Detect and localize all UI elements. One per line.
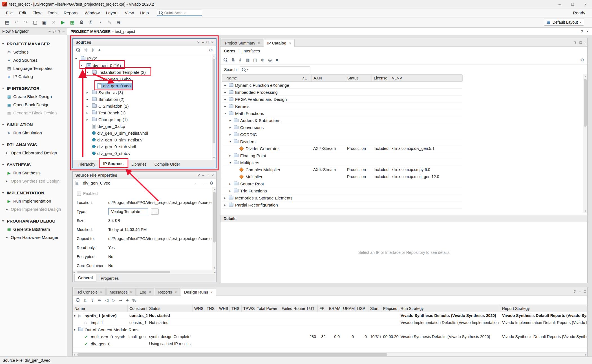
flow-navigator-item[interactable]: Open Elaborated Design <box>0 149 67 157</box>
bottom-tab[interactable]: Messages × <box>106 288 136 296</box>
tree-row[interactable]: IP (2) <box>73 55 216 62</box>
runs-column-header[interactable]: Run Strategy <box>399 305 500 312</box>
tree-row[interactable]: Instantiation Template (2) <box>73 69 216 76</box>
tree-row[interactable]: Change Log (1) <box>73 116 216 123</box>
toolbar-button[interactable]: ↷ <box>21 19 30 26</box>
table-row[interactable]: Complex Multiplier AXI4-Stream Productio… <box>222 166 462 173</box>
help-icon[interactable]: ? <box>574 289 576 294</box>
runs-column-header[interactable]: Report Strategy <box>500 305 587 312</box>
enabled-checkbox[interactable] <box>77 192 81 196</box>
menu-item[interactable]: Tools <box>45 9 61 17</box>
create-run-icon[interactable]: + <box>126 298 129 303</box>
chevron-icon[interactable] <box>224 112 229 115</box>
minimize-icon[interactable]: – <box>202 173 204 177</box>
runs-column-header[interactable]: LUT <box>305 305 318 312</box>
maximize-icon[interactable]: □ <box>580 40 582 45</box>
toolbar-button[interactable]: ▦ <box>68 19 76 26</box>
scroll-right-icon[interactable]: ▸ <box>214 271 216 274</box>
runs-column-header[interactable]: WNS <box>193 305 205 312</box>
chevron-icon[interactable] <box>229 154 234 157</box>
flow-navigator-item[interactable]: + Add Sources <box>0 56 67 64</box>
sfp-tab[interactable]: Properties <box>97 275 122 282</box>
menu-item[interactable]: Reports <box>61 9 82 17</box>
swap-panels-icon[interactable]: ⇄ <box>53 29 56 34</box>
collapse-all-icon[interactable]: ⇅ <box>83 298 87 303</box>
menu-item[interactable]: Help <box>137 9 152 17</box>
tree-row[interactable]: div_gen_0_stub.vhdl <box>73 143 216 150</box>
menu-item[interactable]: Edit <box>16 9 29 17</box>
layout-selector[interactable]: ▦ Default Layout ▾ <box>544 19 584 26</box>
column-vlnv[interactable]: VLNV <box>390 75 463 81</box>
chevron-icon[interactable] <box>229 126 234 129</box>
search-icon[interactable] <box>224 58 227 62</box>
flow-navigator-item[interactable]: ▦ Open Block Design <box>0 101 67 109</box>
collapse-all-icon[interactable]: ⇅ <box>231 57 235 63</box>
table-row[interactable]: FPGA Features and Design <box>222 96 462 103</box>
flow-navigator-item[interactable]: ≈ Run Simulation <box>0 129 67 137</box>
flow-navigator-item[interactable]: ⚙ Settings <box>0 48 67 56</box>
help-icon[interactable]: ? <box>58 29 60 34</box>
gear-icon[interactable]: ⚙ <box>210 181 213 186</box>
toolbar-button[interactable]: ⊕ <box>114 19 123 26</box>
bottom-tab[interactable]: Reports × <box>155 288 180 296</box>
table-row[interactable]: Floating Point <box>222 152 462 159</box>
sources-tab[interactable]: IP Sources <box>100 160 127 168</box>
minimize-button[interactable]: – <box>553 0 566 8</box>
chevron-icon[interactable] <box>81 64 85 67</box>
table-row[interactable]: Divider Generator AXI4-Stream Production… <box>222 145 462 152</box>
minimize-icon[interactable]: – <box>579 289 581 294</box>
flow-navigator-item[interactable]: IMPLEMENTATION <box>0 189 67 197</box>
bottom-tab[interactable]: Design Runs × <box>181 288 216 296</box>
chevron-icon[interactable] <box>224 105 229 108</box>
runs-column-header[interactable]: Failed Routes <box>280 305 305 312</box>
help-icon[interactable]: ? <box>197 40 199 44</box>
run-last-icon[interactable]: ⇥ <box>119 298 123 303</box>
close-icon[interactable]: × <box>211 290 213 294</box>
runs-column-header[interactable]: THS <box>230 305 242 312</box>
expand-all-icon[interactable]: ⇕ <box>91 298 94 303</box>
chevron-icon[interactable] <box>229 133 234 136</box>
chevron-icon[interactable] <box>87 118 91 121</box>
column-license[interactable]: License <box>372 75 390 81</box>
runs-column-header[interactable]: WHS <box>217 305 230 312</box>
maximize-icon[interactable]: □ <box>584 289 586 294</box>
chevron-icon[interactable] <box>229 182 234 186</box>
percent-icon[interactable]: % <box>132 298 136 303</box>
bottom-tab[interactable]: Tcl Console × <box>74 288 106 296</box>
table-row[interactable]: Square Root <box>222 180 462 187</box>
runs-column-header[interactable]: TPWS <box>242 305 255 312</box>
more-button[interactable]: … <box>151 208 159 215</box>
sources-tab[interactable]: Libraries <box>128 161 150 168</box>
chevron-icon[interactable] <box>74 328 78 332</box>
close-icon[interactable]: × <box>211 40 213 44</box>
search-icon[interactable] <box>76 298 80 302</box>
table-row[interactable]: Adders & Subtracters <box>222 117 462 124</box>
column-status[interactable]: Status <box>345 75 372 81</box>
run-play-icon[interactable]: ▷ <box>112 298 115 303</box>
minimize-icon[interactable]: – <box>202 40 204 44</box>
flow-navigator-item[interactable]: PROGRAM AND DEBUG <box>0 217 67 225</box>
details-toggle-icon[interactable]: ■ <box>275 57 278 62</box>
runs-hscrollbar[interactable]: ◂ ▸ <box>73 352 587 356</box>
gear-icon[interactable]: ⚙ <box>209 48 213 53</box>
scroll-left-icon[interactable]: ◂ <box>73 271 75 274</box>
scroll-down-icon[interactable]: ▾ <box>583 209 587 213</box>
close-icon[interactable]: × <box>100 290 102 294</box>
table-row[interactable]: Multiplier Production Included xilinx.co… <box>222 173 462 180</box>
menu-item[interactable]: Layout <box>103 9 122 17</box>
runs-column-header[interactable]: Start <box>368 305 381 312</box>
chevron-icon[interactable] <box>229 161 234 165</box>
chevron-icon[interactable] <box>87 70 91 74</box>
runs-column-header[interactable]: Status <box>147 305 193 312</box>
table-row[interactable]: Kernels <box>222 103 462 110</box>
sfp-tab[interactable]: General <box>74 274 96 282</box>
scroll-down-icon[interactable]: ▾ <box>212 266 216 270</box>
tree-row[interactable]: div_gen_0_sim_netlist.v <box>73 136 216 143</box>
column-axi4[interactable]: AXI4 <box>312 75 345 81</box>
hierarchy-icon[interactable]: ▦ <box>246 57 249 63</box>
runs-column-header[interactable]: Name <box>73 305 128 312</box>
tree-row[interactable]: Simulation (2) <box>73 96 216 103</box>
scroll-up-icon[interactable]: ▴ <box>212 54 216 58</box>
type-dropdown[interactable]: Verilog Template <box>108 208 148 215</box>
toolbar-button[interactable]: Σ <box>87 19 95 26</box>
